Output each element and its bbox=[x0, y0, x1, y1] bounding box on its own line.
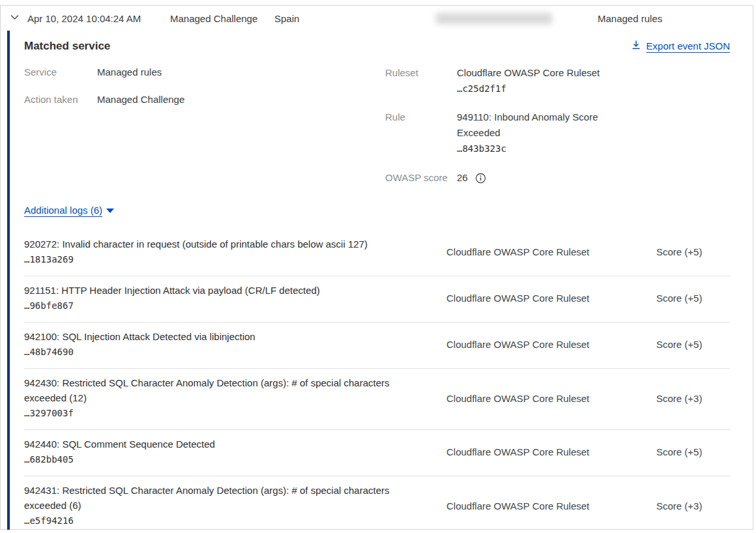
service-label: Service bbox=[24, 65, 97, 79]
download-icon bbox=[631, 40, 641, 52]
ruleset-label: Ruleset bbox=[385, 65, 457, 96]
log-description: 921151: HTTP Header Injection Attack via… bbox=[24, 283, 415, 298]
log-description-column: 942430: Restricted SQL Character Anomaly… bbox=[24, 375, 446, 421]
fields-right-column: Ruleset Cloudflare OWASP Core Ruleset …c… bbox=[385, 65, 730, 183]
log-rule-hash: …1813a269 bbox=[24, 252, 446, 267]
ruleset-field: Ruleset Cloudflare OWASP Core Ruleset …c… bbox=[385, 65, 730, 96]
service-field: Service Managed rules bbox=[24, 65, 385, 79]
log-score: Score (+3) bbox=[656, 393, 730, 404]
event-service: Managed rules bbox=[598, 13, 662, 24]
export-link-label: Export event JSON bbox=[647, 40, 730, 51]
rule-name: 949110: Inbound Anomaly Score Exceeded bbox=[457, 111, 598, 138]
event-container: Apr 10, 2024 10:04:24 AM Managed Challen… bbox=[0, 5, 753, 530]
log-ruleset: Cloudflare OWASP Core Ruleset bbox=[446, 339, 656, 350]
event-summary-row[interactable]: Apr 10, 2024 10:04:24 AM Managed Challen… bbox=[1, 6, 753, 31]
event-country: Spain bbox=[274, 13, 436, 24]
export-event-json-link[interactable]: Export event JSON bbox=[631, 40, 730, 52]
info-circle-icon[interactable] bbox=[475, 173, 486, 184]
owasp-score-label: OWASP score bbox=[385, 172, 457, 183]
log-row: 942430: Restricted SQL Character Anomaly… bbox=[24, 369, 730, 430]
log-rule-hash: …48b74690 bbox=[24, 345, 446, 360]
rule-field: Rule 949110: Inbound Anomaly Score Excee… bbox=[385, 109, 730, 156]
fields-left-column: Service Managed rules Action taken Manag… bbox=[24, 65, 385, 183]
owasp-score-value: 26 bbox=[457, 172, 468, 183]
matched-service-fields: Service Managed rules Action taken Manag… bbox=[24, 65, 730, 183]
rule-hash: …843b323c bbox=[457, 143, 506, 154]
log-row: 920272: Invalid character in request (ou… bbox=[24, 230, 730, 276]
action-taken-field: Action taken Managed Challenge bbox=[24, 93, 385, 106]
event-action: Managed Challenge bbox=[170, 13, 274, 24]
ruleset-value-block: Cloudflare OWASP Core Ruleset …c25d2f1f bbox=[457, 65, 600, 96]
log-ruleset: Cloudflare OWASP Core Ruleset bbox=[446, 446, 656, 457]
collapse-row-button[interactable] bbox=[1, 12, 20, 25]
detail-header: Matched service Export event JSON bbox=[24, 40, 730, 53]
detail-content: Matched service Export event JSON bbox=[10, 31, 753, 530]
log-description-column: 921151: HTTP Header Injection Attack via… bbox=[24, 283, 446, 313]
log-row: 921151: HTTP Header Injection Attack via… bbox=[24, 276, 730, 323]
log-row: 942431: Restricted SQL Character Anomaly… bbox=[24, 476, 730, 533]
action-taken-value: Managed Challenge bbox=[97, 93, 184, 106]
log-score: Score (+5) bbox=[656, 246, 730, 257]
additional-logs-label: Additional logs (6) bbox=[24, 205, 102, 216]
ruleset-name: Cloudflare OWASP Core Ruleset bbox=[457, 67, 600, 78]
redacted-value bbox=[436, 13, 552, 24]
log-score: Score (+5) bbox=[656, 446, 730, 457]
log-rule-hash: …96bfe867 bbox=[24, 298, 446, 313]
log-ruleset: Cloudflare OWASP Core Ruleset bbox=[446, 393, 656, 404]
event-detail-panel: Matched service Export event JSON bbox=[1, 31, 753, 530]
service-value: Managed rules bbox=[97, 65, 162, 79]
log-score: Score (+3) bbox=[656, 500, 730, 511]
event-timestamp: Apr 10, 2024 10:04:24 AM bbox=[20, 13, 170, 24]
log-rule-hash: …3297003f bbox=[24, 406, 446, 421]
log-description-column: 942440: SQL Comment Sequence Detected …6… bbox=[24, 437, 446, 467]
log-rule-hash: …682bb405 bbox=[24, 452, 446, 467]
rule-value-block: 949110: Inbound Anomaly Score Exceeded …… bbox=[457, 109, 613, 156]
section-title: Matched service bbox=[24, 40, 110, 53]
log-score: Score (+5) bbox=[656, 339, 730, 350]
log-ruleset: Cloudflare OWASP Core Ruleset bbox=[446, 500, 656, 511]
chevron-down-icon bbox=[9, 12, 20, 25]
log-score: Score (+5) bbox=[656, 293, 730, 304]
additional-logs-table: 920272: Invalid character in request (ou… bbox=[24, 230, 730, 533]
additional-logs-toggle[interactable]: Additional logs (6) bbox=[24, 205, 114, 216]
caret-down-icon bbox=[106, 209, 114, 213]
log-description: 942100: SQL Injection Attack Detected vi… bbox=[24, 329, 415, 344]
action-taken-label: Action taken bbox=[24, 93, 97, 106]
rule-label: Rule bbox=[385, 109, 457, 156]
log-description: 942440: SQL Comment Sequence Detected bbox=[24, 437, 415, 452]
log-row: 942100: SQL Injection Attack Detected vi… bbox=[24, 323, 730, 369]
firewall-event-log-page: Apr 10, 2024 10:04:24 AM Managed Challen… bbox=[0, 0, 756, 533]
log-description: 942430: Restricted SQL Character Anomaly… bbox=[24, 375, 415, 405]
log-description-column: 942100: SQL Injection Attack Detected vi… bbox=[24, 329, 446, 360]
log-ruleset: Cloudflare OWASP Core Ruleset bbox=[446, 246, 656, 257]
log-ruleset: Cloudflare OWASP Core Ruleset bbox=[446, 293, 656, 304]
log-description: 920272: Invalid character in request (ou… bbox=[24, 237, 415, 252]
log-description-column: 942431: Restricted SQL Character Anomaly… bbox=[24, 483, 446, 528]
log-description-column: 920272: Invalid character in request (ou… bbox=[24, 237, 446, 267]
log-rule-hash: …e5f94216 bbox=[24, 513, 446, 528]
log-row: 942440: SQL Comment Sequence Detected …6… bbox=[24, 430, 730, 476]
owasp-score-field: OWASP score 26 bbox=[385, 172, 730, 183]
ruleset-hash: …c25d2f1f bbox=[457, 83, 506, 94]
log-description: 942431: Restricted SQL Character Anomaly… bbox=[24, 483, 415, 513]
